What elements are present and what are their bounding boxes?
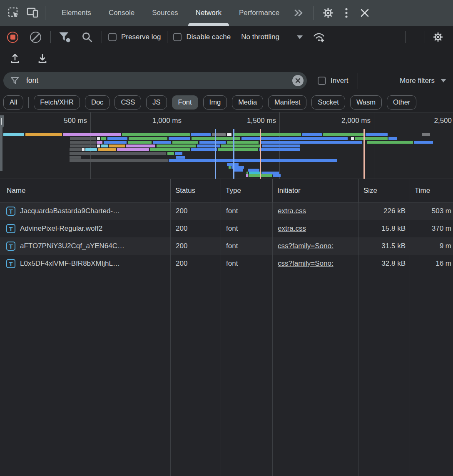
- column-header-name[interactable]: Name: [0, 179, 171, 202]
- preserve-log-checkbox[interactable]: [108, 33, 117, 41]
- tab-sources[interactable]: Sources: [143, 0, 187, 26]
- waterfall-bar: [388, 137, 397, 140]
- settings-gear-icon[interactable]: [320, 5, 336, 21]
- waterfall-bar: [98, 148, 116, 151]
- filter-text-input[interactable]: [25, 76, 292, 85]
- har-toolbar: [0, 48, 453, 69]
- throttling-select[interactable]: No throttling: [241, 33, 279, 41]
- close-icon[interactable]: [357, 5, 373, 21]
- chip-doc[interactable]: Doc: [85, 95, 110, 110]
- more-tabs-icon[interactable]: [291, 5, 306, 21]
- tab-network[interactable]: Network: [187, 0, 230, 26]
- inspect-element-icon[interactable]: [6, 5, 22, 21]
- waterfall-bar: [172, 141, 198, 144]
- name-cell[interactable]: TL0x5DF4xlVMF-BfR8bXMIjhL…: [0, 255, 171, 272]
- chip-js[interactable]: JS: [146, 95, 167, 110]
- time-cell: 9 m: [410, 237, 453, 255]
- initiator-cell: extra.css: [273, 202, 359, 220]
- request-row[interactable]: TAdvinePixel-Regular.woff2200fontextra.c…: [0, 220, 453, 237]
- tab-performance[interactable]: Performance: [230, 0, 288, 26]
- timeline-tick-label: 500 ms: [0, 116, 87, 126]
- request-name: AdvinePixel-Regular.woff2: [20, 224, 102, 233]
- waterfall-bar: [70, 137, 96, 140]
- filter-bar: Invert More filters: [0, 69, 453, 92]
- chip-all[interactable]: All: [3, 95, 23, 110]
- clear-filter-icon[interactable]: [292, 75, 304, 86]
- record-network-log-button[interactable]: [7, 32, 18, 43]
- load-event-marker: [260, 129, 261, 179]
- chip-media[interactable]: Media: [232, 95, 263, 110]
- search-icon[interactable]: [79, 29, 95, 45]
- name-cell[interactable]: TaFTO7PNiY3U2Cqf_aYEN64C…: [0, 237, 171, 255]
- waterfall-bar: [367, 141, 413, 144]
- initiator-link[interactable]: css?family=Sono:: [278, 242, 334, 250]
- waterfall-bar: [70, 159, 168, 162]
- waterfall-bar: [70, 145, 96, 147]
- more-filters-button[interactable]: More filters: [400, 77, 435, 85]
- filter-input-container[interactable]: [3, 72, 307, 89]
- waterfall-bar: [70, 141, 96, 144]
- requests-table-header: NameStatusTypeInitiatorSizeTime: [0, 179, 453, 202]
- invert-label: Invert: [331, 77, 348, 85]
- chip-other[interactable]: Other: [387, 95, 416, 110]
- toolbar-divider: [102, 31, 102, 43]
- column-header-type[interactable]: Type: [221, 179, 273, 202]
- timeline-tick-label: 2,000 ms: [282, 116, 371, 126]
- network-settings-gear-icon[interactable]: [430, 29, 446, 45]
- type-cell: font: [221, 255, 273, 272]
- request-row[interactable]: TL0x5DF4xlVMF-BfR8bXMIjhL…200fontcss?fam…: [0, 255, 453, 272]
- name-cell[interactable]: TAdvinePixel-Regular.woff2: [0, 220, 171, 237]
- waterfall-bar: [227, 141, 259, 144]
- size-cell: 226 kB: [359, 202, 410, 220]
- clear-network-log-icon[interactable]: [30, 32, 41, 43]
- waterfall-bar: [260, 141, 362, 144]
- filter-toggle-icon[interactable]: [57, 29, 72, 45]
- column-header-time[interactable]: Time: [410, 179, 453, 202]
- throttling-caret-icon[interactable]: [297, 35, 303, 39]
- initiator-cell: extra.css: [273, 220, 359, 237]
- column-header-size[interactable]: Size: [359, 179, 410, 202]
- chip-font[interactable]: Font: [172, 95, 198, 110]
- waterfall-bar: [85, 148, 97, 151]
- devtools-network-panel: ElementsConsoleSourcesNetworkPerformance: [0, 0, 453, 476]
- invert-filter-checkbox[interactable]: [318, 77, 326, 85]
- filter-funnel-icon: [10, 76, 20, 85]
- column-header-status[interactable]: Status: [171, 179, 221, 202]
- waterfall-bar: [101, 137, 106, 140]
- tab-console[interactable]: Console: [100, 0, 143, 26]
- network-overview-waterfall[interactable]: 500 ms1,000 ms1,500 ms2,000 ms2,500: [0, 112, 453, 179]
- waterfall-bar: [101, 145, 108, 147]
- type-cell: font: [221, 220, 273, 237]
- waterfall-bar: [212, 133, 226, 136]
- toolbar-divider: [405, 31, 406, 43]
- time-cell: 503 m: [410, 202, 453, 220]
- more-filters-caret-icon[interactable]: [441, 79, 446, 82]
- waterfall-bar: [104, 141, 127, 144]
- time-cell: 16 m: [410, 255, 453, 272]
- tab-elements[interactable]: Elements: [53, 0, 100, 26]
- chip-img[interactable]: Img: [203, 95, 227, 110]
- device-toolbar-icon[interactable]: [25, 5, 41, 21]
- waterfall-bar: [302, 133, 322, 136]
- column-header-initiator[interactable]: Initiator: [273, 179, 359, 202]
- initiator-link[interactable]: extra.css: [278, 224, 306, 233]
- initiator-link[interactable]: css?family=Sono:: [278, 259, 334, 268]
- network-conditions-icon[interactable]: [311, 29, 327, 45]
- disable-cache-checkbox[interactable]: [173, 33, 182, 41]
- initiator-cell: css?family=Sono:: [273, 255, 359, 272]
- initiator-link[interactable]: extra.css: [278, 207, 306, 215]
- request-row[interactable]: TaFTO7PNiY3U2Cqf_aYEN64C…200fontcss?fami…: [0, 237, 453, 255]
- chip-wasm[interactable]: Wasm: [350, 95, 382, 110]
- chip-socket[interactable]: Socket: [311, 95, 345, 110]
- kebab-menu-icon[interactable]: [339, 5, 354, 21]
- chip-manifest[interactable]: Manifest: [268, 95, 306, 110]
- import-har-icon[interactable]: [7, 50, 23, 66]
- waterfall-bar: [241, 137, 348, 140]
- chip-css[interactable]: CSS: [114, 95, 141, 110]
- chip-fetch-xhr[interactable]: Fetch/XHR: [34, 95, 80, 110]
- request-row[interactable]: TJacquardaBastarda9Charted-…200fontextra…: [0, 202, 453, 220]
- tabbar-divider: [313, 6, 314, 20]
- chips-divider: [28, 97, 29, 108]
- name-cell[interactable]: TJacquardaBastarda9Charted-…: [0, 202, 171, 220]
- export-har-icon[interactable]: [35, 50, 50, 66]
